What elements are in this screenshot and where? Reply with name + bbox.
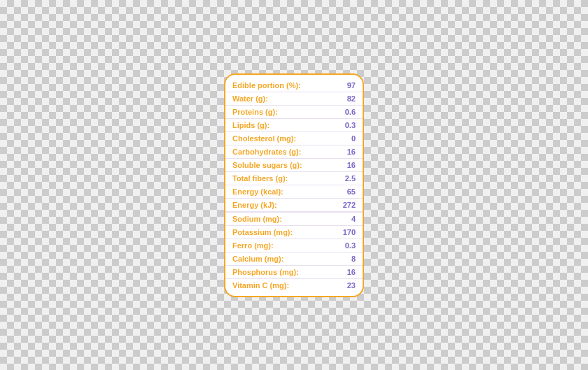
row-value: 16: [347, 268, 356, 276]
nutrition-row: Sodium (mg):4: [225, 213, 363, 226]
row-label: Cholesterol (mg):: [232, 134, 296, 143]
nutrition-row: Phosphorus (mg):16: [225, 266, 363, 279]
nutrition-row: Water (g):82: [225, 92, 363, 106]
row-label: Carbohydrates (g):: [232, 148, 301, 156]
row-label: Phosphorus (mg):: [232, 268, 299, 276]
nutrition-row: Soluble sugars (g):16: [225, 159, 363, 172]
nutrition-row: Lipids (g):0.3: [225, 119, 363, 132]
nutrition-row: Cholesterol (mg):0: [225, 132, 363, 145]
nutrition-row: Edible portion (%):97: [225, 79, 363, 92]
row-value: 16: [347, 148, 356, 156]
row-label: Calcium (mg):: [232, 255, 284, 263]
row-label: Potassium (mg):: [232, 228, 293, 236]
row-value: 4: [351, 215, 356, 223]
nutrition-row: Carbohydrates (g):16: [225, 145, 363, 159]
row-value: 0.3: [345, 121, 356, 129]
row-value: 272: [343, 201, 356, 209]
row-label: Energy (kJ):: [232, 201, 277, 209]
row-label: Ferro (mg):: [232, 241, 274, 250]
row-value: 16: [347, 161, 356, 169]
nutrition-row: Total fibers (g):2.5: [225, 172, 363, 185]
row-value: 65: [347, 187, 356, 196]
nutrition-row: Ferro (mg):0.3: [225, 239, 363, 252]
nutrition-row: Potassium (mg):170: [225, 226, 363, 239]
nutrition-row: Proteins (g):0.6: [225, 106, 363, 119]
row-value: 0.3: [345, 241, 356, 250]
row-label: Sodium (mg):: [232, 215, 282, 223]
row-label: Proteins (g):: [232, 108, 278, 116]
row-label: Edible portion (%):: [232, 81, 301, 90]
row-label: Soluble sugars (g):: [232, 161, 302, 169]
nutrition-row: Vitamin C (mg):23: [225, 279, 363, 292]
row-value: 97: [347, 81, 356, 90]
row-label: Total fibers (g):: [232, 174, 288, 183]
row-value: 170: [343, 228, 356, 236]
nutrition-row: Energy (kcal):65: [225, 185, 363, 199]
row-label: Energy (kcal):: [232, 187, 284, 196]
nutrition-card: Edible portion (%):97Water (g):82Protein…: [224, 73, 364, 297]
row-value: 0: [351, 134, 356, 143]
row-value: 2.5: [345, 174, 356, 183]
nutrition-row: Calcium (mg):8: [225, 252, 363, 266]
row-label: Lipids (g):: [232, 121, 270, 129]
row-value: 82: [347, 94, 356, 103]
row-value: 23: [347, 281, 356, 290]
row-label: Vitamin C (mg):: [232, 281, 289, 290]
row-value: 8: [351, 255, 356, 263]
row-label: Water (g):: [232, 94, 268, 103]
row-value: 0.6: [345, 108, 356, 116]
nutrition-row: Energy (kJ):272: [225, 199, 363, 213]
